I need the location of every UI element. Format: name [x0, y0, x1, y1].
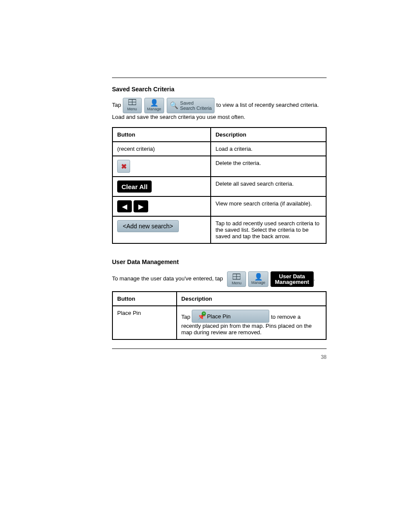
prev-button[interactable]: ◀	[117, 200, 132, 212]
udm-intro-suffix: .	[314, 276, 315, 282]
menu-icon	[233, 274, 240, 281]
cell-desc: View more search criteria (if available)…	[211, 196, 326, 216]
saved-search-intro: Tap Menu 👤 Manage 🔍 Saved Search Criteri…	[112, 98, 327, 121]
breadcrumb-udm-label: User Data Management	[275, 274, 309, 285]
next-button[interactable]: ▶	[134, 200, 148, 212]
table-row: (recent criteria) Load a criteria.	[112, 142, 326, 156]
breadcrumb-saved-criteria[interactable]: 🔍 Saved Search Criteria	[167, 98, 215, 113]
close-icon: ✖	[121, 162, 127, 171]
chevron-right-icon: ▶	[138, 202, 143, 211]
cell-desc-place-pin: Tap 📌 + Place Pin to remove a recently p…	[177, 306, 326, 339]
table-row: Place Pin Tap 📌 + Place Pin to remove a …	[112, 306, 326, 339]
delete-criteria-button[interactable]: ✖	[117, 160, 130, 173]
user-data-table: Button Description Place Pin Tap 📌 + Pla…	[112, 291, 327, 340]
udm-intro-prefix: To manage the user data you've entered, …	[112, 276, 223, 282]
place-pin-button[interactable]: 📌 + Place Pin	[192, 310, 269, 323]
table-row: ◀ ▶ View more search criteria (if availa…	[112, 196, 326, 216]
top-rule	[112, 78, 327, 78]
add-new-search-label: <Add new search>	[123, 223, 173, 230]
bottom-rule	[112, 348, 327, 349]
table-header-row: Button Description	[112, 128, 326, 142]
cell-desc: Load a criteria.	[211, 142, 326, 156]
header-button: Button	[112, 128, 211, 142]
section-title-user-data: User Data Management	[112, 258, 327, 265]
breadcrumb-manage[interactable]: 👤 Manage	[144, 98, 165, 113]
table-row: ✖ Delete the criteria.	[112, 156, 326, 177]
breadcrumb-menu[interactable]: Menu	[123, 98, 142, 113]
breadcrumb-user-data: Menu 👤 Manage User Data Management	[227, 271, 314, 287]
breadcrumb-manage-label-2: Manage	[251, 280, 265, 285]
page-number: 38	[112, 354, 327, 360]
user-data-intro: To manage the user data you've entered, …	[112, 271, 327, 287]
pin-icon: 📌 +	[197, 312, 204, 320]
cell-place-pin: Place Pin	[112, 306, 177, 339]
clear-all-label: Clear All	[121, 183, 147, 190]
table-row: <Add new search> Tap to add recently use…	[112, 216, 326, 243]
menu-icon	[128, 99, 136, 106]
breadcrumb-menu-label-2: Menu	[232, 281, 242, 285]
clear-all-button[interactable]: Clear All	[117, 180, 152, 193]
header-button-2: Button	[112, 292, 177, 306]
add-new-search-button[interactable]: <Add new search>	[117, 220, 179, 232]
breadcrumb-udm[interactable]: User Data Management	[271, 271, 314, 287]
breadcrumb-menu-label: Menu	[127, 106, 137, 112]
cell-desc: Delete all saved search criteria.	[211, 177, 326, 196]
chevron-left-icon: ◀	[122, 202, 127, 211]
cell-desc: Tap to add recently used search criteria…	[211, 216, 326, 243]
cell-desc: Delete the criteria.	[211, 156, 326, 177]
breadcrumb-menu-2[interactable]: Menu	[227, 271, 246, 287]
breadcrumb-saved-search: Menu 👤 Manage 🔍 Saved Search Criteria	[123, 98, 215, 113]
manage-icon: 👤	[150, 100, 159, 106]
table-row: Clear All Delete all saved search criter…	[112, 177, 326, 196]
header-description: Description	[211, 128, 326, 142]
header-description-2: Description	[177, 292, 326, 306]
section-title-saved-search: Saved Search Criteria	[112, 86, 327, 93]
manage-icon: 👤	[254, 274, 263, 280]
breadcrumb-manage-2[interactable]: 👤 Manage	[248, 271, 268, 287]
table-header-row: Button Description	[112, 292, 326, 306]
breadcrumb-manage-label: Manage	[147, 106, 162, 112]
desc-before: Tap	[181, 314, 192, 320]
cell-recent-criteria: (recent criteria)	[112, 142, 211, 156]
breadcrumb-saved-label: Saved Search Criteria	[180, 100, 212, 111]
saved-search-table: Button Description (recent criteria) Loa…	[112, 127, 327, 244]
intro-prefix: Tap	[112, 102, 123, 108]
search-icon: 🔍	[170, 102, 178, 109]
place-pin-label: Place Pin	[207, 313, 230, 320]
